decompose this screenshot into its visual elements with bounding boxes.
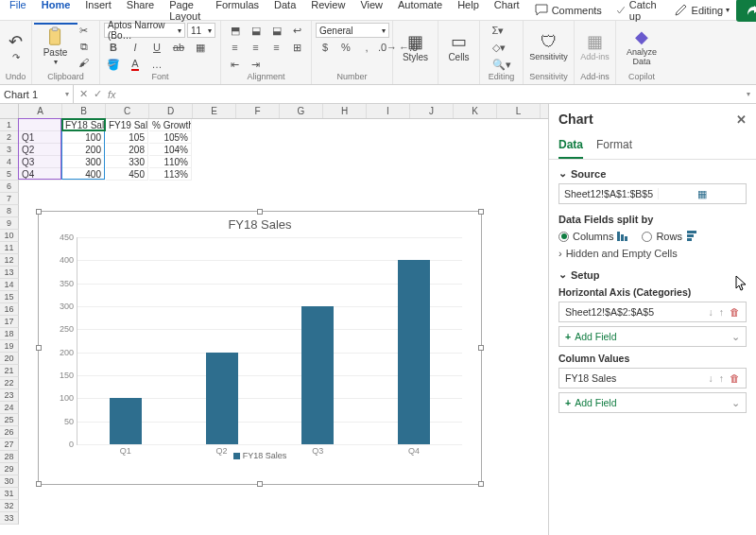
cell[interactable]: 400: [62, 168, 105, 181]
row-header[interactable]: 32: [0, 500, 19, 512]
horizontal-axis-field[interactable]: Sheet12!$A$2:$A$5 ↓↑🗑: [558, 302, 747, 322]
hidden-empty-cells-link[interactable]: › Hidden and Empty Cells: [558, 248, 747, 259]
row-header[interactable]: 7: [0, 193, 19, 205]
sensitivity-button[interactable]: 🛡Sensitivity: [532, 23, 566, 70]
font-name-select[interactable]: Aptos Narrow (Bo…▾: [104, 23, 185, 38]
column-header[interactable]: E: [193, 104, 236, 118]
row-header[interactable]: 33: [0, 512, 19, 525]
align-left-button[interactable]: ≡: [226, 40, 245, 55]
cell[interactable]: 113%: [149, 168, 192, 181]
fill-color-button[interactable]: 🪣: [104, 57, 123, 72]
column-header[interactable]: I: [367, 104, 410, 118]
row-header[interactable]: 29: [0, 463, 19, 475]
row-header[interactable]: 3: [0, 144, 19, 156]
cell[interactable]: 105: [106, 131, 148, 144]
row-header[interactable]: 2: [0, 131, 19, 144]
range-picker-icon[interactable]: ▦: [658, 188, 746, 199]
cell[interactable]: FY19 Sales: [106, 119, 148, 131]
cell[interactable]: % Growth: [149, 119, 192, 131]
cell[interactable]: 105%: [149, 131, 192, 144]
analyze-data-button[interactable]: ◆Analyze Data: [625, 23, 659, 70]
chevron-down-icon[interactable]: ⌄: [558, 167, 567, 180]
merge-button[interactable]: ⊞: [288, 40, 307, 55]
paste-button[interactable]: Paste▾: [39, 23, 73, 70]
add-horizontal-field-button[interactable]: +Add Field ⌄: [558, 326, 747, 347]
move-up-icon[interactable]: ↑: [719, 306, 724, 318]
chart-bar[interactable]: [206, 353, 238, 444]
row-header[interactable]: 14: [0, 279, 19, 291]
align-top-button[interactable]: ⬒: [226, 23, 245, 38]
row-header[interactable]: 16: [0, 303, 19, 316]
cell[interactable]: 200: [62, 144, 105, 156]
autosum-button[interactable]: Σ▾: [492, 23, 505, 38]
row-header[interactable]: 19: [0, 340, 19, 353]
cell[interactable]: Q1: [19, 131, 61, 144]
row-header[interactable]: 27: [0, 439, 19, 451]
cell[interactable]: Q3: [19, 156, 61, 168]
row-header[interactable]: 12: [0, 254, 19, 267]
cut-button[interactable]: ✂: [75, 23, 94, 38]
chart-plot-area[interactable]: 050100150200250300350400450Q1Q2Q3Q4: [77, 237, 462, 445]
chart-bar[interactable]: [110, 398, 142, 444]
bold-button[interactable]: B: [104, 40, 123, 55]
delete-field-icon[interactable]: 🗑: [730, 372, 740, 384]
chart-bar[interactable]: [398, 260, 430, 444]
row-header[interactable]: 30: [0, 475, 19, 488]
formula-input[interactable]: [122, 85, 741, 103]
row-header[interactable]: 26: [0, 426, 19, 439]
cell[interactable]: 208: [106, 144, 148, 156]
border-button[interactable]: ▦: [191, 40, 210, 55]
pane-tab-data[interactable]: Data: [558, 134, 583, 159]
row-header[interactable]: 24: [0, 402, 19, 414]
row-header[interactable]: 10: [0, 230, 19, 242]
row-header[interactable]: 25: [0, 414, 19, 426]
delete-field-icon[interactable]: 🗑: [730, 306, 740, 318]
row-header[interactable]: 1: [0, 119, 19, 131]
copy-button[interactable]: ⧉: [75, 39, 94, 54]
undo-button[interactable]: ↶↷: [0, 23, 33, 70]
row-header[interactable]: 11: [0, 242, 19, 254]
row-header[interactable]: 28: [0, 451, 19, 463]
cells-button[interactable]: ▭Cells: [442, 23, 476, 70]
chevron-down-icon[interactable]: ⌄: [558, 268, 567, 281]
cell[interactable]: 300: [62, 156, 105, 168]
comments-button[interactable]: Comments: [527, 0, 609, 21]
strike-button[interactable]: ab: [169, 40, 188, 55]
column-header[interactable]: H: [323, 104, 367, 118]
move-up-icon[interactable]: ↑: [719, 372, 724, 384]
enter-formula-icon[interactable]: ✓: [94, 88, 102, 100]
row-header[interactable]: 23: [0, 389, 19, 402]
fx-icon[interactable]: fx: [108, 89, 116, 100]
cell[interactable]: 100: [62, 131, 105, 144]
currency-button[interactable]: $: [316, 40, 335, 55]
align-right-button[interactable]: ≡: [267, 40, 286, 55]
row-header[interactable]: 6: [0, 181, 19, 193]
cell[interactable]: Q2: [19, 144, 61, 156]
comma-button[interactable]: ,: [357, 40, 376, 55]
column-header[interactable]: A: [19, 104, 62, 118]
row-header[interactable]: 21: [0, 365, 19, 377]
cell[interactable]: 450: [106, 168, 148, 181]
column-values-field[interactable]: FY18 Sales ↓↑🗑: [558, 368, 747, 388]
row-header[interactable]: 17: [0, 316, 19, 328]
more-font-button[interactable]: …: [147, 57, 166, 72]
font-color-button[interactable]: A: [126, 57, 145, 72]
cell[interactable]: 110%: [149, 156, 192, 168]
cell[interactable]: [19, 119, 61, 131]
column-header[interactable]: F: [236, 104, 280, 118]
column-header[interactable]: C: [106, 104, 149, 118]
row-header[interactable]: 8: [0, 205, 19, 217]
row-header[interactable]: 18: [0, 328, 19, 340]
cell[interactable]: Q4: [19, 168, 61, 181]
italic-button[interactable]: I: [126, 40, 145, 55]
pane-tab-format[interactable]: Format: [596, 134, 632, 159]
format-painter-button[interactable]: 🖌: [75, 55, 94, 70]
row-header[interactable]: 9: [0, 217, 19, 230]
split-rows-radio[interactable]: Rows: [642, 231, 697, 242]
move-down-icon[interactable]: ↓: [709, 372, 713, 384]
select-all-corner[interactable]: [0, 104, 19, 118]
cell[interactable]: 330: [106, 156, 148, 168]
cell[interactable]: FY18 Sales: [62, 119, 105, 131]
row-header[interactable]: 31: [0, 488, 19, 500]
row-header[interactable]: 15: [0, 291, 19, 303]
